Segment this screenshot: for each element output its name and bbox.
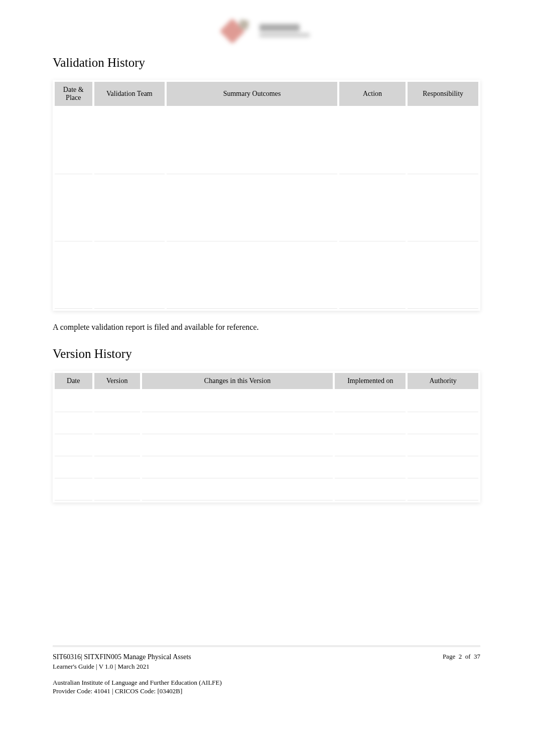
cell	[408, 480, 478, 500]
footer-doc-id: SIT60316| SITXFIN005 Manage Physical Ass…	[53, 653, 191, 662]
cell	[408, 176, 478, 241]
cell	[408, 109, 478, 174]
cell	[94, 392, 140, 412]
cell	[408, 458, 478, 478]
cell	[142, 436, 333, 456]
col-action: Action	[339, 82, 406, 107]
cell	[55, 392, 92, 412]
logo-icon	[223, 19, 253, 42]
cell	[142, 414, 333, 434]
validation-note: A complete validation report is filed an…	[53, 323, 480, 332]
cell	[335, 414, 406, 434]
table-row	[55, 436, 478, 456]
page-of: of	[465, 653, 471, 660]
cell	[94, 243, 165, 309]
cell	[408, 392, 478, 412]
validation-history-heading: Validation History	[53, 56, 480, 70]
logo-text-line2	[259, 33, 310, 37]
page-label-prefix: Page	[443, 653, 455, 660]
logo-text-line1	[259, 24, 300, 31]
cell	[55, 480, 92, 500]
col-date-place: Date & Place	[55, 82, 92, 107]
cell	[339, 176, 406, 241]
table-row	[55, 480, 478, 500]
footer-divider	[53, 646, 480, 647]
cell	[335, 480, 406, 500]
cell	[94, 458, 140, 478]
footer-institute: Australian Institute of Language and Fur…	[53, 678, 480, 687]
col-changes: Changes in this Version	[142, 373, 333, 390]
table-row	[55, 176, 478, 241]
cell	[339, 243, 406, 309]
table-header-row: Date & Place Validation Team Summary Out…	[55, 82, 478, 107]
table-row	[55, 458, 478, 478]
version-history-table: Date Version Changes in this Version Imp…	[53, 371, 480, 502]
cell	[55, 414, 92, 434]
cell	[142, 392, 333, 412]
cell	[142, 480, 333, 500]
table-row	[55, 392, 478, 412]
cell	[167, 243, 337, 309]
table-row	[55, 109, 478, 174]
col-summary-outcomes: Summary Outcomes	[167, 82, 337, 107]
cell	[408, 414, 478, 434]
page-total: 37	[474, 653, 480, 660]
table-row	[55, 414, 478, 434]
cell	[94, 109, 165, 174]
header-logo	[53, 15, 480, 46]
validation-history-table: Date & Place Validation Team Summary Out…	[53, 80, 480, 311]
col-validation-team: Validation Team	[94, 82, 165, 107]
col-responsibility: Responsibility	[408, 82, 478, 107]
table-header-row: Date Version Changes in this Version Imp…	[55, 373, 478, 390]
cell	[94, 480, 140, 500]
version-history-heading: Version History	[53, 347, 480, 361]
cell	[94, 176, 165, 241]
cell	[335, 436, 406, 456]
cell	[335, 458, 406, 478]
cell	[339, 109, 406, 174]
cell	[55, 109, 92, 174]
cell	[55, 436, 92, 456]
cell	[142, 458, 333, 478]
cell	[55, 458, 92, 478]
col-implemented-on: Implemented on	[335, 373, 406, 390]
cell	[408, 436, 478, 456]
cell	[94, 414, 140, 434]
cell	[408, 243, 478, 309]
col-authority: Authority	[408, 373, 478, 390]
cell	[94, 436, 140, 456]
page-number: Page 2 of 37	[443, 653, 480, 661]
page-current: 2	[459, 653, 462, 660]
table-row	[55, 243, 478, 309]
col-version: Version	[94, 373, 140, 390]
cell	[167, 176, 337, 241]
col-date: Date	[55, 373, 92, 390]
footer-guide-line: Learner's Guide | V 1.0 | March 2021	[53, 662, 191, 671]
cell	[55, 243, 92, 309]
cell	[55, 176, 92, 241]
cell	[167, 109, 337, 174]
footer-provider: Provider Code: 41041 | CRICOS Code: [034…	[53, 687, 480, 696]
cell	[335, 392, 406, 412]
page-footer: SIT60316| SITXFIN005 Manage Physical Ass…	[53, 646, 480, 696]
